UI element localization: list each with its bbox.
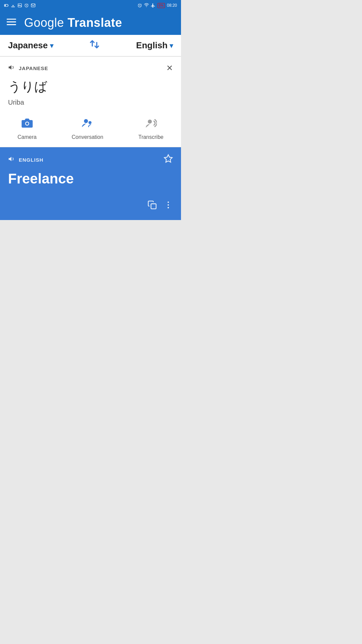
conversation-button[interactable]: Conversation bbox=[72, 117, 103, 140]
translation-speaker-button[interactable] bbox=[8, 155, 15, 164]
action-buttons-row: Camera Conversation Transcribe bbox=[0, 112, 181, 147]
download-status-icon bbox=[11, 3, 15, 8]
airplane-icon bbox=[151, 3, 156, 8]
favorite-button[interactable] bbox=[164, 154, 173, 165]
empty-area bbox=[0, 220, 181, 354]
translation-lang-text: ENGLISH bbox=[19, 157, 44, 163]
conversation-icon bbox=[81, 117, 94, 131]
svg-point-15 bbox=[88, 121, 92, 124]
clear-input-button[interactable]: ✕ bbox=[166, 63, 173, 73]
camera-label: Camera bbox=[17, 134, 37, 140]
input-lang-row: JAPANESE ✕ bbox=[8, 63, 173, 73]
source-language-dropdown-icon: ▾ bbox=[50, 42, 53, 50]
input-area: JAPANESE ✕ うりば Uriba bbox=[0, 57, 181, 112]
translation-result: Freelance bbox=[8, 171, 173, 187]
svg-point-21 bbox=[168, 204, 169, 206]
image-status-icon bbox=[17, 3, 22, 8]
target-language-label: English bbox=[136, 40, 168, 51]
conversation-label: Conversation bbox=[72, 134, 103, 140]
status-icons-left bbox=[4, 3, 36, 8]
svg-rect-2 bbox=[5, 5, 6, 6]
svg-rect-10 bbox=[7, 24, 16, 25]
romanji-text: Uriba bbox=[8, 99, 173, 106]
wifi-icon bbox=[144, 3, 149, 8]
camera-icon bbox=[21, 117, 33, 131]
language-selector: Japanese ▾ English ▾ bbox=[0, 35, 181, 56]
camera-button[interactable]: Camera bbox=[17, 117, 37, 140]
swap-languages-button[interactable] bbox=[89, 39, 100, 52]
app-title: Google Translate bbox=[24, 16, 122, 30]
svg-point-4 bbox=[19, 4, 19, 5]
svg-rect-9 bbox=[7, 21, 16, 22]
battery-percent: 6% bbox=[158, 3, 165, 8]
svg-marker-17 bbox=[9, 157, 11, 161]
svg-rect-6 bbox=[31, 4, 35, 7]
svg-point-13 bbox=[26, 122, 28, 125]
mail-status-icon bbox=[31, 3, 36, 8]
svg-rect-19 bbox=[151, 204, 156, 209]
transcribe-icon bbox=[145, 117, 157, 131]
more-options-button[interactable] bbox=[164, 200, 173, 212]
svg-point-14 bbox=[84, 119, 88, 123]
status-icons-right: 6% 08:20 bbox=[137, 3, 177, 8]
source-text[interactable]: うりば bbox=[8, 78, 173, 95]
svg-marker-18 bbox=[164, 155, 172, 162]
svg-rect-1 bbox=[8, 5, 8, 6]
time-display: 08:20 bbox=[167, 3, 177, 8]
copy-button[interactable] bbox=[147, 200, 157, 212]
alarm-status-icon bbox=[24, 3, 29, 8]
app-bar: Google Translate bbox=[0, 11, 181, 35]
battery-status-icon bbox=[4, 3, 9, 8]
status-bar: 6% 08:20 bbox=[0, 0, 181, 11]
svg-point-16 bbox=[148, 120, 152, 124]
translation-lang-label: ENGLISH bbox=[8, 155, 44, 164]
target-language-button[interactable]: English ▾ bbox=[136, 40, 173, 51]
input-lang-text: JAPANESE bbox=[19, 65, 48, 71]
svg-marker-11 bbox=[9, 65, 11, 69]
svg-rect-8 bbox=[7, 19, 16, 20]
translation-lang-row: ENGLISH bbox=[8, 154, 173, 165]
source-language-button[interactable]: Japanese ▾ bbox=[8, 40, 53, 51]
alarm-right-icon bbox=[137, 3, 142, 8]
input-lang-label: JAPANESE bbox=[8, 64, 48, 73]
svg-point-22 bbox=[168, 207, 169, 208]
transcribe-label: Transcribe bbox=[138, 134, 164, 140]
translation-actions bbox=[8, 200, 173, 212]
translation-card: ENGLISH Freelance bbox=[0, 147, 181, 220]
target-language-dropdown-icon: ▾ bbox=[170, 42, 173, 50]
input-speaker-button[interactable] bbox=[8, 64, 15, 73]
source-language-label: Japanese bbox=[8, 40, 48, 51]
transcribe-button[interactable]: Transcribe bbox=[138, 117, 164, 140]
svg-point-20 bbox=[168, 202, 169, 203]
menu-button[interactable] bbox=[7, 17, 16, 29]
